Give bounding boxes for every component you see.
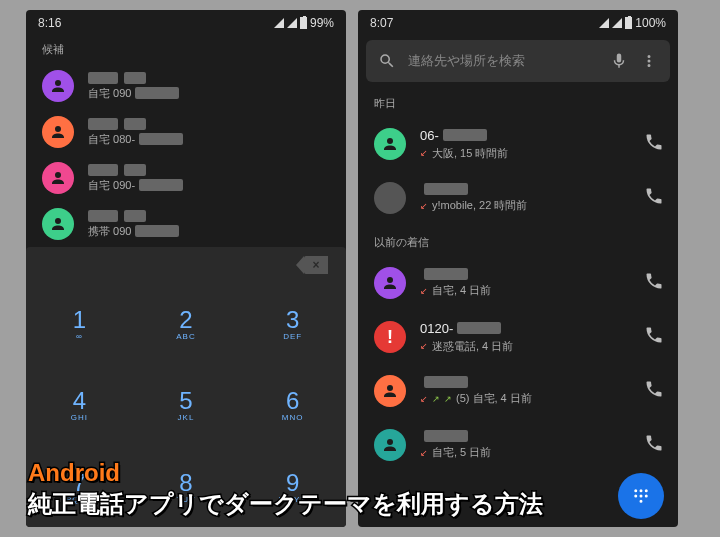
battery-icon xyxy=(300,17,307,29)
call-number: 0120- xyxy=(420,321,630,336)
headline-line1: Android xyxy=(28,457,543,488)
key-1[interactable]: 1∞ xyxy=(26,283,133,364)
wifi-icon xyxy=(274,18,284,28)
call-number xyxy=(420,376,630,388)
contact-subline: 自宅 080- xyxy=(88,132,183,147)
key-3[interactable]: 3DEF xyxy=(239,283,346,364)
key-6[interactable]: 6MNO xyxy=(239,364,346,445)
call-meta: ↙大阪, 15 時間前 xyxy=(420,146,630,161)
status-bar: 8:16 99% xyxy=(26,10,346,32)
avatar xyxy=(42,208,74,240)
section-older: 以前の着信 xyxy=(358,225,678,256)
call-button[interactable] xyxy=(644,379,664,403)
section-yesterday: 昨日 xyxy=(358,86,678,117)
key-4[interactable]: 4GHI xyxy=(26,364,133,445)
call-button[interactable] xyxy=(644,271,664,295)
dialpad-icon xyxy=(632,487,650,505)
call-item[interactable]: !0120-↙迷惑電話, 4 日前 xyxy=(358,310,678,364)
status-bar: 8:07 100% xyxy=(358,10,678,32)
suggestion-item[interactable]: 自宅 090 xyxy=(26,63,346,109)
call-button[interactable] xyxy=(644,186,664,210)
call-meta: ↙↗↗(5) 自宅, 4 日前 xyxy=(420,391,630,406)
avatar xyxy=(42,116,74,148)
avatar xyxy=(374,267,406,299)
search-bar[interactable]: 連絡先や場所を検索 xyxy=(366,40,670,82)
more-icon[interactable] xyxy=(640,52,658,70)
call-button[interactable] xyxy=(644,132,664,156)
clock: 8:07 xyxy=(370,16,393,30)
call-button[interactable] xyxy=(644,433,664,457)
avatar xyxy=(374,375,406,407)
battery-icon xyxy=(625,17,632,29)
call-meta: ↙迷惑電話, 4 日前 xyxy=(420,339,630,354)
contact-subline: 携帯 090 xyxy=(88,224,179,239)
avatar xyxy=(42,162,74,194)
search-icon xyxy=(378,52,396,70)
suggestion-item[interactable]: 自宅 080- xyxy=(26,109,346,155)
call-meta: ↙自宅, 4 日前 xyxy=(420,283,630,298)
wifi-icon xyxy=(599,18,609,28)
suggestion-item[interactable]: 自宅 090- xyxy=(26,155,346,201)
battery-pct: 100% xyxy=(635,16,666,30)
call-item[interactable]: 06-↙大阪, 15 時間前 xyxy=(358,117,678,171)
dialpad-fab[interactable] xyxy=(618,473,664,519)
avatar xyxy=(42,70,74,102)
call-number: 06- xyxy=(420,128,630,143)
avatar xyxy=(374,128,406,160)
call-item[interactable]: ↙y!mobile, 22 時間前 xyxy=(358,171,678,225)
call-item[interactable]: ↙自宅, 4 日前 xyxy=(358,256,678,310)
dial-display: × xyxy=(26,247,346,283)
key-5[interactable]: 5JKL xyxy=(133,364,240,445)
phone-screen-dialer: 8:16 99% 候補 自宅 090自宅 080-自宅 090-携帯 090 ×… xyxy=(26,10,346,527)
call-meta: ↙y!mobile, 22 時間前 xyxy=(420,198,630,213)
avatar xyxy=(374,182,406,214)
spam-icon: ! xyxy=(374,321,406,353)
backspace-icon[interactable]: × xyxy=(304,256,328,274)
signal-icon xyxy=(287,18,297,28)
signal-icon xyxy=(612,18,622,28)
mic-icon[interactable] xyxy=(610,52,628,70)
suggestion-list: 自宅 090自宅 080-自宅 090-携帯 090 xyxy=(26,63,346,247)
call-button[interactable] xyxy=(644,325,664,349)
call-number xyxy=(420,268,630,280)
battery-pct: 99% xyxy=(310,16,334,30)
headline-line2: 純正電話アプリでダークテーマを利用する方法 xyxy=(28,488,543,519)
suggestion-item[interactable]: 携帯 090 xyxy=(26,201,346,247)
contact-subline: 自宅 090- xyxy=(88,178,183,193)
headline: Android 純正電話アプリでダークテーマを利用する方法 xyxy=(28,457,543,519)
phone-screen-recents: 8:07 100% 連絡先や場所を検索 昨日 06-↙大阪, 15 時間前↙y!… xyxy=(358,10,678,527)
contact-subline: 自宅 090 xyxy=(88,86,179,101)
search-placeholder: 連絡先や場所を検索 xyxy=(408,52,598,70)
call-item[interactable]: ↙↗↗(5) 自宅, 4 日前 xyxy=(358,364,678,418)
key-2[interactable]: 2ABC xyxy=(133,283,240,364)
clock: 8:16 xyxy=(38,16,61,30)
call-number xyxy=(420,183,630,195)
call-number xyxy=(420,430,630,442)
suggestions-label: 候補 xyxy=(26,32,346,63)
